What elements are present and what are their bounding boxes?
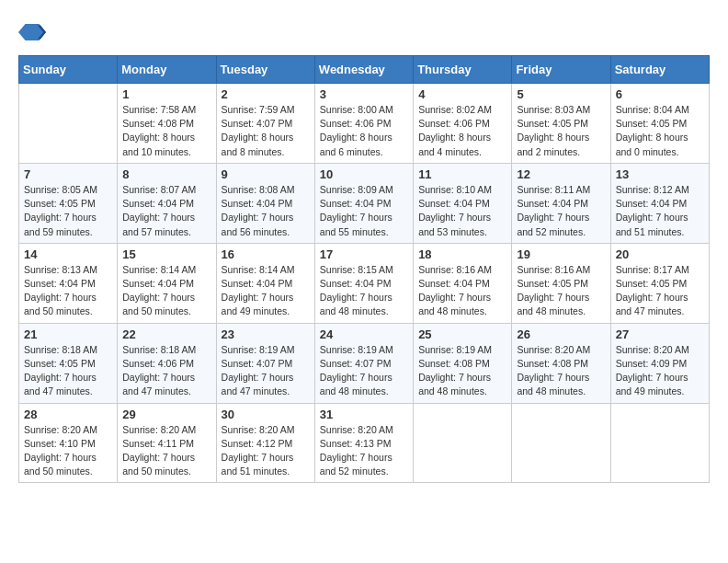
- day-number: 31: [320, 408, 408, 421]
- day-number: 24: [320, 327, 408, 341]
- day-info: Sunrise: 8:11 AM Sunset: 4:04 PM Dayligh…: [517, 183, 605, 239]
- day-info: Sunrise: 8:20 AM Sunset: 4:10 PM Dayligh…: [24, 423, 112, 479]
- day-info: Sunrise: 8:20 AM Sunset: 4:09 PM Dayligh…: [616, 343, 704, 399]
- col-header-sunday: Sunday: [19, 56, 118, 84]
- day-info: Sunrise: 8:00 AM Sunset: 4:06 PM Dayligh…: [320, 103, 408, 159]
- day-info: Sunrise: 8:09 AM Sunset: 4:04 PM Dayligh…: [320, 183, 408, 239]
- day-number: 23: [222, 327, 310, 341]
- day-number: 15: [122, 247, 210, 261]
- day-cell: 18Sunrise: 8:16 AM Sunset: 4:04 PM Dayli…: [414, 243, 512, 323]
- day-info: Sunrise: 8:20 AM Sunset: 4:12 PM Dayligh…: [222, 423, 310, 479]
- day-info: Sunrise: 8:03 AM Sunset: 4:05 PM Dayligh…: [517, 103, 605, 159]
- day-cell: [512, 403, 610, 483]
- day-number: 3: [320, 87, 408, 101]
- day-info: Sunrise: 8:07 AM Sunset: 4:04 PM Dayligh…: [122, 183, 210, 239]
- day-cell: 2Sunrise: 7:59 AM Sunset: 4:07 PM Daylig…: [216, 84, 314, 164]
- day-cell: 14Sunrise: 8:13 AM Sunset: 4:04 PM Dayli…: [19, 243, 118, 323]
- day-number: 13: [616, 167, 704, 181]
- day-number: 18: [418, 247, 506, 261]
- day-cell: 27Sunrise: 8:20 AM Sunset: 4:09 PM Dayli…: [610, 323, 709, 403]
- day-cell: 25Sunrise: 8:19 AM Sunset: 4:08 PM Dayli…: [414, 323, 512, 403]
- day-cell: 17Sunrise: 8:15 AM Sunset: 4:04 PM Dayli…: [314, 243, 413, 323]
- day-cell: 20Sunrise: 8:17 AM Sunset: 4:05 PM Dayli…: [610, 243, 709, 323]
- day-cell: 31Sunrise: 8:20 AM Sunset: 4:13 PM Dayli…: [314, 403, 413, 483]
- day-number: 26: [517, 327, 605, 341]
- day-cell: [19, 84, 118, 164]
- day-info: Sunrise: 8:20 AM Sunset: 4:11 PM Dayligh…: [122, 423, 210, 479]
- col-header-friday: Friday: [512, 56, 610, 84]
- day-info: Sunrise: 7:59 AM Sunset: 4:07 PM Dayligh…: [222, 103, 310, 159]
- day-number: 8: [122, 167, 210, 181]
- day-info: Sunrise: 8:15 AM Sunset: 4:04 PM Dayligh…: [320, 263, 408, 319]
- day-number: 28: [24, 408, 112, 421]
- day-info: Sunrise: 8:16 AM Sunset: 4:04 PM Dayligh…: [418, 263, 506, 319]
- day-info: Sunrise: 8:17 AM Sunset: 4:05 PM Dayligh…: [616, 263, 704, 319]
- day-cell: 28Sunrise: 8:20 AM Sunset: 4:10 PM Dayli…: [19, 403, 118, 483]
- day-info: Sunrise: 8:10 AM Sunset: 4:04 PM Dayligh…: [418, 183, 506, 239]
- day-number: 17: [320, 247, 408, 261]
- day-number: 20: [616, 247, 704, 261]
- day-number: 5: [517, 87, 605, 101]
- day-cell: 9Sunrise: 8:08 AM Sunset: 4:04 PM Daylig…: [216, 163, 314, 243]
- day-cell: 16Sunrise: 8:14 AM Sunset: 4:04 PM Dayli…: [216, 243, 314, 323]
- day-cell: 19Sunrise: 8:16 AM Sunset: 4:05 PM Dayli…: [512, 243, 610, 323]
- day-info: Sunrise: 8:19 AM Sunset: 4:07 PM Dayligh…: [320, 343, 408, 399]
- day-number: 7: [24, 167, 112, 181]
- day-cell: 29Sunrise: 8:20 AM Sunset: 4:11 PM Dayli…: [118, 403, 216, 483]
- week-row-2: 7Sunrise: 8:05 AM Sunset: 4:05 PM Daylig…: [19, 163, 710, 243]
- day-cell: 15Sunrise: 8:14 AM Sunset: 4:04 PM Dayli…: [118, 243, 216, 323]
- logo: [18, 18, 51, 46]
- day-info: Sunrise: 8:13 AM Sunset: 4:04 PM Dayligh…: [24, 263, 112, 319]
- day-number: 25: [418, 327, 506, 341]
- day-number: 21: [24, 327, 112, 341]
- day-cell: 12Sunrise: 8:11 AM Sunset: 4:04 PM Dayli…: [512, 163, 610, 243]
- day-number: 30: [222, 408, 310, 421]
- day-cell: [610, 403, 709, 483]
- day-number: 10: [320, 167, 408, 181]
- calendar-header-row: SundayMondayTuesdayWednesdayThursdayFrid…: [19, 56, 710, 84]
- day-cell: [414, 403, 512, 483]
- week-row-1: 1Sunrise: 7:58 AM Sunset: 4:08 PM Daylig…: [19, 84, 710, 164]
- day-number: 6: [616, 87, 704, 101]
- col-header-saturday: Saturday: [610, 56, 709, 84]
- day-number: 19: [517, 247, 605, 261]
- calendar-body: 1Sunrise: 7:58 AM Sunset: 4:08 PM Daylig…: [19, 84, 710, 483]
- day-cell: 11Sunrise: 8:10 AM Sunset: 4:04 PM Dayli…: [414, 163, 512, 243]
- day-number: 9: [222, 167, 310, 181]
- day-cell: 5Sunrise: 8:03 AM Sunset: 4:05 PM Daylig…: [512, 84, 610, 164]
- day-info: Sunrise: 8:19 AM Sunset: 4:08 PM Dayligh…: [418, 343, 506, 399]
- day-cell: 1Sunrise: 7:58 AM Sunset: 4:08 PM Daylig…: [118, 84, 216, 164]
- svg-marker-0: [18, 24, 46, 40]
- day-info: Sunrise: 8:20 AM Sunset: 4:13 PM Dayligh…: [320, 423, 408, 479]
- day-number: 16: [222, 247, 310, 261]
- logo-icon: [18, 18, 46, 46]
- day-number: 29: [122, 408, 210, 421]
- week-row-3: 14Sunrise: 8:13 AM Sunset: 4:04 PM Dayli…: [19, 243, 710, 323]
- day-number: 1: [122, 87, 210, 101]
- day-cell: 10Sunrise: 8:09 AM Sunset: 4:04 PM Dayli…: [314, 163, 413, 243]
- day-cell: 4Sunrise: 8:02 AM Sunset: 4:06 PM Daylig…: [414, 84, 512, 164]
- col-header-tuesday: Tuesday: [216, 56, 314, 84]
- day-number: 4: [418, 87, 506, 101]
- day-cell: 8Sunrise: 8:07 AM Sunset: 4:04 PM Daylig…: [118, 163, 216, 243]
- day-info: Sunrise: 8:08 AM Sunset: 4:04 PM Dayligh…: [222, 183, 310, 239]
- calendar-table: SundayMondayTuesdayWednesdayThursdayFrid…: [18, 55, 710, 483]
- day-cell: 23Sunrise: 8:19 AM Sunset: 4:07 PM Dayli…: [216, 323, 314, 403]
- day-cell: 13Sunrise: 8:12 AM Sunset: 4:04 PM Dayli…: [610, 163, 709, 243]
- day-number: 27: [616, 327, 704, 341]
- col-header-wednesday: Wednesday: [314, 56, 413, 84]
- day-cell: 21Sunrise: 8:18 AM Sunset: 4:05 PM Dayli…: [19, 323, 118, 403]
- day-info: Sunrise: 8:14 AM Sunset: 4:04 PM Dayligh…: [122, 263, 210, 319]
- day-cell: 24Sunrise: 8:19 AM Sunset: 4:07 PM Dayli…: [314, 323, 413, 403]
- day-cell: 30Sunrise: 8:20 AM Sunset: 4:12 PM Dayli…: [216, 403, 314, 483]
- day-cell: 26Sunrise: 8:20 AM Sunset: 4:08 PM Dayli…: [512, 323, 610, 403]
- day-cell: 7Sunrise: 8:05 AM Sunset: 4:05 PM Daylig…: [19, 163, 118, 243]
- col-header-thursday: Thursday: [414, 56, 512, 84]
- day-info: Sunrise: 8:14 AM Sunset: 4:04 PM Dayligh…: [222, 263, 310, 319]
- day-info: Sunrise: 8:20 AM Sunset: 4:08 PM Dayligh…: [517, 343, 605, 399]
- day-info: Sunrise: 8:12 AM Sunset: 4:04 PM Dayligh…: [616, 183, 704, 239]
- day-cell: 6Sunrise: 8:04 AM Sunset: 4:05 PM Daylig…: [610, 84, 709, 164]
- col-header-monday: Monday: [118, 56, 216, 84]
- week-row-4: 21Sunrise: 8:18 AM Sunset: 4:05 PM Dayli…: [19, 323, 710, 403]
- day-info: Sunrise: 8:02 AM Sunset: 4:06 PM Dayligh…: [418, 103, 506, 159]
